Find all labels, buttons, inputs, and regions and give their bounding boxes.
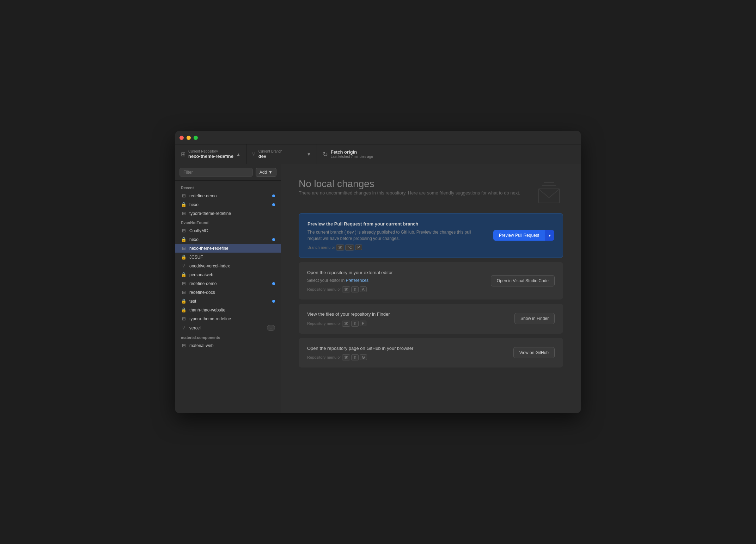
branch-icon: ⑂ [252, 151, 256, 157]
sidebar-item-thanh-thao-website[interactable]: 🔒 thanh-thao-website [175, 305, 281, 314]
sidebar-item-label: onedrive-vercel-index [189, 264, 275, 268]
repo-fork-icon: ⑂ [181, 263, 187, 268]
repo-private-icon: 🔒 [181, 237, 187, 242]
branch-label: Current Branch [258, 149, 304, 154]
open-in-vscode-button[interactable]: Open in Visual Studio Code [491, 275, 555, 286]
no-changes-title: No local changes [299, 178, 520, 190]
sidebar: Add ▼ Recent ⊞ redefine-demo 🔒 hexo [175, 164, 281, 413]
sidebar-item-material-web[interactable]: ⊞ material-web [175, 341, 281, 350]
repo-public-icon: ⊞ [181, 211, 187, 216]
sidebar-item-redefine-docs[interactable]: ⊞ redefine-docs [175, 288, 281, 297]
sidebar-item-label: JCSUF [189, 255, 275, 260]
sidebar-item-hexo-theme-redefine[interactable]: ⊞ hexo-theme-redefine [175, 244, 281, 253]
svg-rect-0 [538, 189, 560, 203]
sidebar-search-bar: Add ▼ [175, 164, 281, 181]
minimize-button[interactable] [187, 136, 191, 140]
suggestion-text-preview-pr: Preview the Pull Request from your curre… [307, 221, 486, 251]
suggestion-title-show-finder: View the files of your repository in Fin… [307, 311, 507, 318]
sidebar-item-label: hexo [189, 237, 269, 242]
sidebar-item-personalweb[interactable]: 🔒 personalweb [175, 270, 281, 279]
repo-public-icon: ⊞ [181, 281, 187, 286]
sidebar-item-vercel[interactable]: ⑂ vercel ↓ [175, 323, 281, 333]
sidebar-item-typora-theme-redefine-2[interactable]: ⊞ typora-theme-redefine [175, 314, 281, 323]
add-label: Add [260, 170, 267, 175]
section-header-evannotfound: EvanNotFound [175, 218, 281, 226]
suggestion-card-show-finder: View the files of your repository in Fin… [299, 304, 563, 334]
repo-label: Current Repository [188, 149, 233, 154]
suggestion-desc-open-editor: Select your editor in Preferences [307, 277, 484, 284]
unsynced-dot [272, 194, 275, 197]
no-changes-desc: There are no uncommitted changes in this… [299, 190, 520, 197]
repo-private-icon: 🔒 [181, 298, 187, 304]
sidebar-item-label: CooflyMC [189, 228, 275, 233]
unsynced-dot [272, 282, 275, 285]
sidebar-item-redefine-demo-2[interactable]: ⊞ redefine-demo [175, 279, 281, 288]
repo-private-icon: 🔒 [181, 307, 187, 313]
repo-info: Current Repository hexo-theme-redefine [188, 149, 233, 159]
repo-chevron-icon: ▲ [236, 152, 240, 157]
repo-public-icon: ⊞ [181, 316, 187, 321]
show-in-finder-button[interactable]: Show in Finder [514, 313, 555, 324]
add-button[interactable]: Add ▼ [256, 168, 276, 177]
traffic-lights [179, 136, 198, 140]
sidebar-item-onedrive-vercel-index[interactable]: ⑂ onedrive-vercel-index [175, 261, 281, 270]
suggestion-title-open-editor: Open the repository in your external edi… [307, 269, 484, 276]
main-content: Add ▼ Recent ⊞ redefine-demo 🔒 hexo [175, 164, 581, 413]
close-button[interactable] [179, 136, 184, 140]
fetch-icon: ↻ [323, 150, 328, 158]
suggestion-text-view-github: Open the repository page on GitHub in yo… [307, 345, 506, 361]
repo-private-icon: 🔒 [181, 254, 187, 260]
fetch-info: Fetch origin Last fetched 7 minutes ago [331, 149, 575, 159]
preview-pr-btn-group: Preview Pull Request ▼ [493, 230, 554, 241]
no-changes-header: No local changes There are no uncommitte… [299, 178, 563, 210]
sidebar-item-label: typora-theme-redefine [189, 316, 275, 321]
preview-pull-request-button[interactable]: Preview Pull Request [493, 230, 545, 241]
filter-input[interactable] [179, 168, 253, 177]
sidebar-item-redefine-demo-1[interactable]: ⊞ redefine-demo [175, 191, 281, 200]
suggestion-card-view-github: Open the repository page on GitHub in yo… [299, 338, 563, 368]
add-chevron-icon: ▼ [268, 170, 273, 175]
repo-private-icon: 🔒 [181, 202, 187, 207]
view-on-github-button[interactable]: View on GitHub [513, 347, 555, 358]
repo-public-icon: ⊞ [181, 228, 187, 233]
sidebar-item-label: redefine-demo [189, 281, 269, 286]
suggestion-card-open-editor: Open the repository in your external edi… [299, 262, 563, 300]
branch-info: Current Branch dev [258, 149, 304, 159]
maximize-button[interactable] [194, 136, 198, 140]
unsynced-dot [272, 203, 275, 206]
no-changes-title-block: No local changes There are no uncommitte… [299, 178, 520, 207]
sidebar-item-label: personalweb [189, 272, 275, 277]
preview-pr-dropdown-button[interactable]: ▼ [545, 230, 554, 241]
sidebar-item-label: material-web [189, 343, 275, 348]
suggestion-title-preview-pr: Preview the Pull Request from your curre… [307, 221, 486, 228]
repo-public-icon: ⊞ [181, 246, 187, 251]
preferences-link[interactable]: Preferences [346, 278, 368, 283]
branch-selector[interactable]: ⑂ Current Branch dev ▼ [246, 144, 317, 164]
sidebar-item-test[interactable]: 🔒 test [175, 297, 281, 305]
sidebar-list: Recent ⊞ redefine-demo 🔒 hexo ⊞ typora-t… [175, 181, 281, 413]
sidebar-item-hexo-2[interactable]: 🔒 hexo [175, 235, 281, 244]
inbox-illustration [535, 178, 563, 210]
sidebar-item-jcsuf[interactable]: 🔒 JCSUF [175, 253, 281, 261]
repo-selector[interactable]: ⊞ Current Repository hexo-theme-redefine… [175, 144, 246, 164]
section-header-material-components: material-components [175, 333, 281, 341]
sidebar-item-label: hexo [189, 202, 269, 207]
titlebar [175, 131, 581, 144]
sidebar-item-cooflymc[interactable]: ⊞ CooflyMC [175, 226, 281, 235]
sidebar-item-label: thanh-thao-website [189, 308, 275, 313]
sidebar-item-label: hexo-theme-redefine [189, 246, 275, 251]
sidebar-item-typora-theme-redefine-1[interactable]: ⊞ typora-theme-redefine [175, 209, 281, 218]
branch-name: dev [258, 154, 304, 159]
sidebar-item-label: test [189, 299, 269, 304]
sidebar-item-label: redefine-demo [189, 193, 269, 198]
repo-public-icon: ⊞ [181, 343, 187, 348]
sidebar-item-label: typora-theme-redefine [189, 211, 275, 216]
fetch-button[interactable]: ↻ Fetch origin Last fetched 7 minutes ag… [317, 144, 581, 164]
app-window: ⊞ Current Repository hexo-theme-redefine… [175, 131, 581, 413]
suggestion-shortcut-show-finder: Repository menu or ⌘ ⇧ F [307, 321, 507, 327]
repo-name: hexo-theme-redefine [188, 154, 233, 159]
download-toggle[interactable]: ↓ [267, 325, 275, 331]
suggestion-shortcut-view-github: Repository menu or ⌘ ⇧ G [307, 354, 506, 360]
suggestion-text-show-finder: View the files of your repository in Fin… [307, 311, 507, 327]
sidebar-item-hexo-1[interactable]: 🔒 hexo [175, 200, 281, 209]
